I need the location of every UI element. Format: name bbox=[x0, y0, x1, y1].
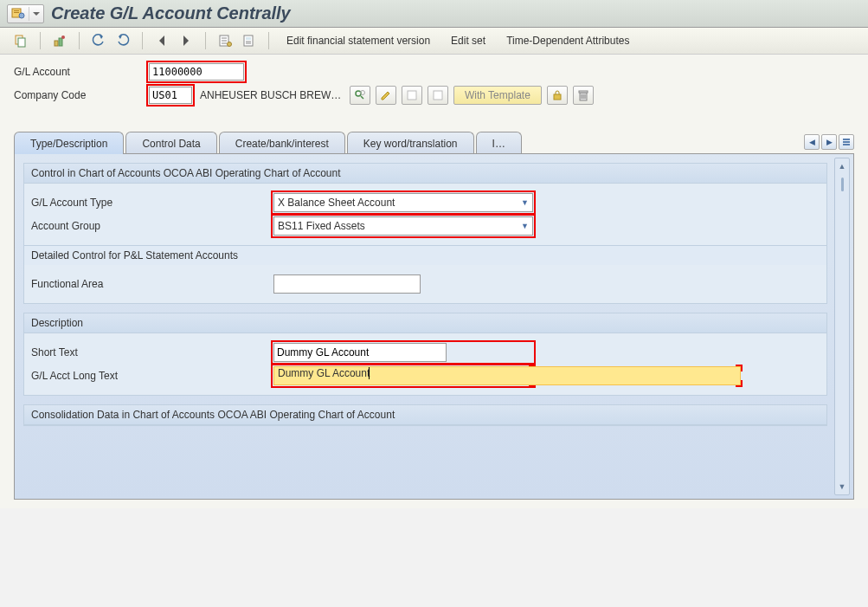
gl-account-input[interactable] bbox=[149, 63, 244, 81]
long-text-input-ext[interactable] bbox=[533, 366, 741, 385]
group-coa-header: Control in Chart of Accounts OCOA ABI Op… bbox=[24, 164, 826, 184]
save-variant-icon[interactable] bbox=[239, 31, 260, 50]
dropdown-icon: ▼ bbox=[521, 222, 529, 230]
tab-container: Type/Description Control Data Create/ban… bbox=[14, 131, 854, 500]
group-consolidation-header: Consolidation Data in Chart of Accounts … bbox=[24, 405, 826, 425]
svg-rect-15 bbox=[246, 37, 251, 40]
menu-button[interactable] bbox=[7, 4, 44, 23]
functional-area-input[interactable] bbox=[273, 274, 421, 294]
tab-more[interactable]: I… bbox=[476, 132, 522, 154]
prev-icon[interactable] bbox=[151, 31, 172, 50]
svg-rect-2 bbox=[14, 12, 19, 13]
svg-rect-25 bbox=[579, 91, 588, 93]
forward-icon[interactable] bbox=[113, 31, 133, 50]
group-coa-control: Control in Chart of Accounts OCOA ABI Op… bbox=[23, 163, 827, 304]
gl-account-label: G/L Account bbox=[14, 66, 144, 78]
short-text-input[interactable] bbox=[273, 343, 447, 362]
svg-rect-21 bbox=[408, 91, 416, 100]
subgroup-pl-header: Detailed Control for P&L Statement Accou… bbox=[24, 246, 826, 265]
svg-rect-5 bbox=[18, 38, 25, 47]
cost-element-icon[interactable] bbox=[49, 31, 70, 50]
scroll-handle[interactable] bbox=[841, 178, 844, 191]
display-icon[interactable] bbox=[350, 86, 370, 105]
delete-icon[interactable] bbox=[573, 86, 594, 105]
svg-point-8 bbox=[61, 36, 65, 39]
svg-rect-14 bbox=[244, 36, 253, 46]
back-icon[interactable] bbox=[88, 31, 109, 50]
svg-line-19 bbox=[361, 96, 363, 99]
svg-point-13 bbox=[228, 42, 232, 47]
subgroup-pl: Detailed Control for P&L Statement Accou… bbox=[24, 245, 826, 303]
tab-scroll-right-icon[interactable]: ▶ bbox=[821, 134, 837, 150]
next-icon[interactable] bbox=[176, 31, 196, 50]
scroll-up-icon[interactable]: ▲ bbox=[836, 160, 848, 172]
gl-account-type-select[interactable]: X Balance Sheet Account ▼ bbox=[273, 193, 533, 212]
tab-scroll-left-icon[interactable]: ◀ bbox=[804, 134, 820, 150]
tab-type-desc[interactable]: Type/Description bbox=[14, 132, 124, 154]
divider bbox=[205, 32, 206, 49]
functional-area-label: Functional Area bbox=[31, 278, 273, 290]
svg-point-18 bbox=[356, 91, 361, 96]
long-text-label: G/L Acct Long Text bbox=[31, 370, 273, 382]
other-object-icon[interactable] bbox=[10, 31, 31, 50]
divider bbox=[142, 32, 143, 49]
title-bar: Create G/L Account Centrally bbox=[0, 0, 868, 28]
account-group-value: BS11 Fixed Assets bbox=[278, 220, 365, 232]
tab-panel: ▲ ▼ Control in Chart of Accounts OCOA AB… bbox=[14, 153, 854, 500]
dropdown-icon bbox=[29, 7, 43, 21]
svg-point-3 bbox=[19, 13, 24, 18]
svg-rect-7 bbox=[59, 38, 62, 46]
content-area: G/L Account Company Code ANHEUSER BUSCH … bbox=[0, 55, 868, 508]
group-consolidation: Consolidation Data in Chart of Accounts … bbox=[23, 404, 827, 426]
worklist-icon[interactable] bbox=[215, 31, 235, 50]
divider bbox=[40, 32, 41, 49]
svg-rect-30 bbox=[843, 141, 850, 143]
page-title: Create G/L Account Centrally bbox=[51, 3, 291, 23]
lock-icon[interactable] bbox=[547, 86, 568, 105]
gl-account-type-value: X Balance Sheet Account bbox=[278, 197, 395, 209]
group-description-header: Description bbox=[24, 313, 826, 333]
scroll-down-icon[interactable]: ▼ bbox=[836, 481, 848, 493]
company-code-input[interactable] bbox=[149, 87, 192, 104]
panel-scrollbar[interactable]: ▲ ▼ bbox=[834, 158, 850, 495]
gl-account-type-label: G/L Account Type bbox=[31, 197, 273, 209]
svg-rect-6 bbox=[55, 41, 58, 46]
divider bbox=[79, 32, 80, 49]
tab-nav: ◀ ▶ bbox=[804, 134, 854, 153]
divider bbox=[268, 32, 269, 49]
svg-rect-1 bbox=[14, 10, 19, 11]
company-code-desc: ANHEUSER BUSCH BREWI… bbox=[197, 89, 344, 101]
svg-rect-22 bbox=[434, 91, 442, 100]
create-ref-icon[interactable] bbox=[428, 86, 448, 105]
svg-rect-29 bbox=[843, 139, 850, 140]
tab-bank[interactable]: Create/bank/interest bbox=[219, 132, 345, 154]
edit-set-button[interactable]: Edit set bbox=[442, 33, 494, 48]
create-icon[interactable] bbox=[402, 86, 422, 105]
form-icon bbox=[8, 5, 29, 23]
edit-icon[interactable] bbox=[376, 86, 396, 105]
group-description: Description Short Text G/L Acct Long Tex… bbox=[23, 313, 827, 396]
toolbar: Edit financial statement version Edit se… bbox=[0, 28, 868, 55]
tab-control[interactable]: Control Data bbox=[125, 132, 216, 154]
account-group-select[interactable]: BS11 Fixed Assets ▼ bbox=[273, 216, 533, 236]
tab-list-icon[interactable] bbox=[839, 134, 854, 150]
svg-rect-31 bbox=[843, 144, 850, 145]
with-template-button[interactable]: With Template bbox=[453, 86, 542, 105]
edit-fin-statement-button[interactable]: Edit financial statement version bbox=[278, 33, 439, 48]
svg-rect-23 bbox=[554, 94, 561, 100]
short-text-label: Short Text bbox=[31, 346, 273, 358]
tab-keyword[interactable]: Key word/translation bbox=[347, 132, 474, 154]
long-text-input[interactable]: Dummy GL Account bbox=[273, 366, 533, 385]
tab-bar: Type/Description Control Data Create/ban… bbox=[14, 131, 854, 153]
time-dep-attr-button[interactable]: Time-Dependent Attributes bbox=[498, 33, 638, 48]
account-group-label: Account Group bbox=[31, 220, 273, 232]
company-code-label: Company Code bbox=[14, 89, 144, 101]
dropdown-icon: ▼ bbox=[521, 198, 529, 207]
